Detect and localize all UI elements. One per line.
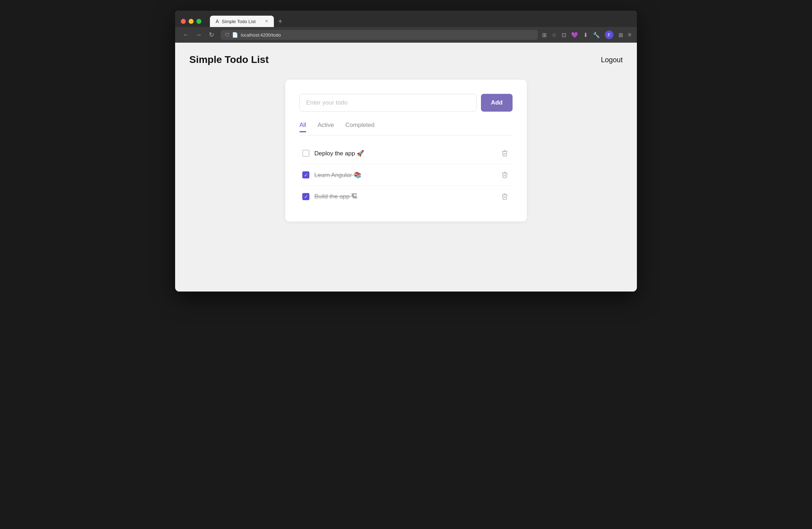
list-item: Build the app 🏗 [299,186,513,207]
todo-text-3: Build the app 🏗 [314,193,495,200]
apps-icon[interactable]: ⊞ [618,32,623,38]
filter-tabs: All Active Completed [299,122,513,132]
list-item: Learn Angular 📚 [299,164,513,186]
delete-button-2[interactable] [500,170,510,180]
trash-icon [501,171,508,178]
browser-window: A Simple Todo List × + ← → ↻ 🛡 📄 localho… [175,11,637,292]
browser-top-row: A Simple Todo List × + [181,16,631,27]
todo-text-2: Learn Angular 📚 [314,171,495,179]
browser-toolbar: ← → ↻ 🛡 📄 localhost:4200/todo ⊞ ☆ ⊡ 💜 ⬇ … [175,27,637,43]
minimize-traffic-light[interactable] [189,19,194,24]
menu-icon[interactable]: ≡ [628,32,631,38]
toolbar-right-icons: ⊞ ☆ ⊡ 💜 ⬇ 🔧 F ⊞ ≡ [542,31,631,39]
todo-input[interactable] [299,94,477,112]
back-button[interactable]: ← [181,30,191,40]
browser-tab[interactable]: A Simple Todo List × [210,16,274,27]
tab-completed[interactable]: Completed [345,122,374,132]
download-icon[interactable]: ⬇ [583,32,588,38]
shield-icon: 🛡 [225,32,230,38]
tools-icon[interactable]: 🔧 [593,32,600,38]
tab-all[interactable]: All [299,122,306,132]
browser-titlebar: A Simple Todo List × + [175,11,637,27]
trash-icon [501,193,508,200]
tab-divider [299,135,513,135]
tab-title-label: Simple Todo List [222,19,262,24]
add-todo-button[interactable]: Add [481,94,513,112]
extensions-icon[interactable]: ⊞ [542,32,547,38]
tab-favicon: A [216,18,219,24]
tab-bar: A Simple Todo List × + [210,16,285,27]
maximize-traffic-light[interactable] [196,19,201,24]
bookmark-icon[interactable]: ☆ [552,32,557,38]
address-url: localhost:4200/todo [241,32,281,38]
new-tab-button[interactable]: + [275,16,285,27]
app-title: Simple Todo List [189,54,269,65]
list-item: Deploy the app 🚀 [299,143,513,164]
tab-close-button[interactable]: × [265,18,268,24]
page-icon: 📄 [232,32,238,38]
trash-icon [501,150,508,157]
todo-list: Deploy the app 🚀 Learn Angular 📚 [299,143,513,207]
todo-card: Add All Active Completed Deploy the app … [285,80,527,221]
todo-checkbox-3[interactable] [302,193,309,200]
close-traffic-light[interactable] [181,19,186,24]
pocket-icon[interactable]: 💜 [571,32,578,38]
tab-active[interactable]: Active [318,122,334,132]
sidebar-icon[interactable]: ⊡ [562,32,566,38]
todo-text-1: Deploy the app 🚀 [314,150,495,157]
app-content: Simple Todo List Logout Add All Active C… [175,43,637,292]
delete-button-3[interactable] [500,192,510,202]
todo-checkbox-1[interactable] [302,150,309,157]
address-security-icons: 🛡 📄 [225,32,238,38]
delete-button-1[interactable] [500,148,510,158]
profile-icon[interactable]: F [605,31,613,39]
todo-checkbox-2[interactable] [302,171,309,178]
traffic-lights [181,19,201,24]
todo-input-row: Add [299,94,513,112]
forward-button[interactable]: → [194,30,204,40]
reload-button[interactable]: ↻ [206,30,216,40]
logout-button[interactable]: Logout [601,56,623,64]
app-header: Simple Todo List Logout [189,54,623,65]
nav-buttons: ← → ↻ [181,30,216,40]
address-bar[interactable]: 🛡 📄 localhost:4200/todo [221,30,538,40]
